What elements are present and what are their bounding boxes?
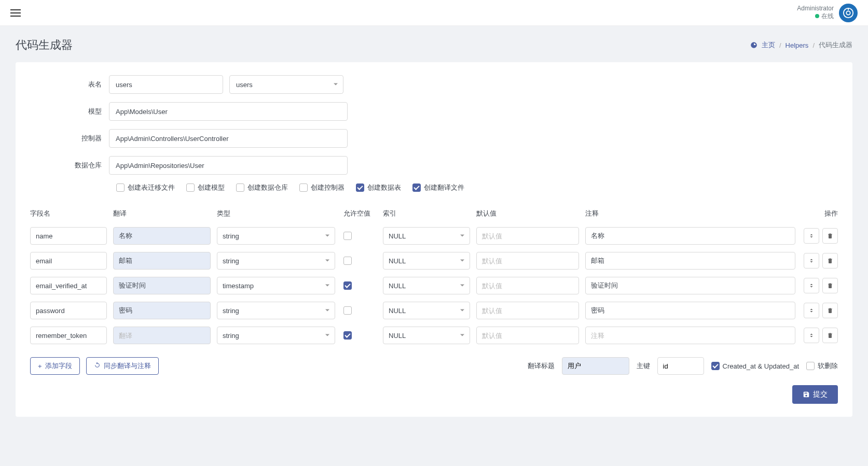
field-nullable-checkbox[interactable] — [343, 257, 352, 265]
field-translation-input[interactable] — [113, 227, 211, 245]
field-translation-input[interactable] — [113, 252, 211, 270]
field-translation-input[interactable] — [113, 327, 211, 344]
delete-button[interactable] — [822, 328, 838, 343]
table-select[interactable] — [229, 75, 343, 94]
th-type: 类型 — [217, 209, 341, 218]
controller-input[interactable] — [109, 129, 348, 148]
page-title: 代码生成器 — [16, 37, 73, 53]
field-index-select[interactable] — [383, 252, 470, 270]
trash-icon — [827, 307, 833, 314]
th-translation: 翻译 — [113, 209, 217, 218]
refresh-icon — [94, 362, 101, 370]
repo-input[interactable] — [109, 156, 348, 175]
delete-button[interactable] — [822, 253, 838, 269]
option-lang[interactable]: 创建翻译文件 — [412, 183, 464, 192]
field-index-select[interactable] — [383, 227, 470, 245]
th-comment: 注释 — [585, 209, 802, 218]
field-comment-input[interactable] — [585, 277, 795, 294]
page-header: 代码生成器 主页 / Helpers / 代码生成器 — [0, 26, 868, 62]
sort-button[interactable] — [804, 253, 819, 269]
field-type-select[interactable] — [217, 227, 335, 245]
field-default-input[interactable] — [476, 227, 579, 245]
breadcrumb-current: 代码生成器 — [819, 40, 852, 50]
form-card: 表名 模型 控制器 数据仓库 创建表迁移文件创建模型创建数据仓库创建控制器创建数… — [16, 62, 852, 417]
field-type-select[interactable] — [217, 302, 335, 319]
option-migration[interactable]: 创建表迁移文件 — [116, 183, 175, 192]
option-model[interactable]: 创建模型 — [186, 183, 225, 192]
pk-input[interactable] — [657, 357, 704, 375]
field-comment-input[interactable] — [585, 302, 795, 319]
field-type-select[interactable] — [217, 277, 335, 294]
status-dot-icon — [815, 14, 819, 18]
trans-title-input[interactable] — [562, 357, 629, 375]
avatar[interactable] — [839, 4, 858, 22]
field-name-input[interactable] — [30, 302, 107, 319]
delete-button[interactable] — [822, 228, 838, 244]
field-comment-input[interactable] — [585, 252, 795, 270]
pk-label: 主键 — [637, 361, 650, 371]
save-icon — [803, 391, 810, 398]
add-field-button[interactable]: + 添加字段 — [30, 357, 80, 375]
timestamps-checkbox[interactable]: Created_at & Updated_at — [711, 362, 799, 370]
field-nullable-checkbox[interactable] — [343, 331, 352, 340]
user-name: Administrator — [797, 5, 834, 12]
field-index-select[interactable] — [383, 327, 470, 344]
option-controller[interactable]: 创建控制器 — [299, 183, 345, 192]
sort-icon — [808, 233, 815, 239]
sort-icon — [808, 283, 815, 289]
table-label: 表名 — [26, 80, 109, 89]
sort-button[interactable] — [804, 328, 819, 343]
field-comment-input[interactable] — [585, 327, 795, 344]
sync-button[interactable]: 同步翻译与注释 — [86, 357, 159, 375]
sort-button[interactable] — [804, 228, 819, 244]
field-nullable-checkbox[interactable] — [343, 232, 352, 240]
field-type-select[interactable] — [217, 252, 335, 270]
sort-icon — [808, 307, 815, 314]
trash-icon — [827, 258, 833, 264]
th-action: 操作 — [802, 209, 838, 218]
field-comment-input[interactable] — [585, 227, 795, 245]
field-name-input[interactable] — [30, 327, 107, 344]
breadcrumb-home[interactable]: 主页 — [762, 40, 775, 50]
softdelete-checkbox[interactable]: 软删除 — [806, 361, 838, 371]
option-table[interactable]: 创建数据表 — [356, 183, 401, 192]
table-name-input[interactable] — [109, 75, 223, 94]
svg-point-1 — [846, 11, 850, 15]
field-default-input[interactable] — [476, 327, 579, 344]
field-nullable-checkbox[interactable] — [343, 281, 352, 290]
sort-button[interactable] — [804, 278, 819, 293]
table-row — [26, 298, 842, 323]
th-field-name: 字段名 — [30, 209, 113, 218]
user-box[interactable]: Administrator 在线 — [797, 4, 858, 22]
field-name-input[interactable] — [30, 227, 107, 245]
controller-label: 控制器 — [26, 134, 109, 143]
menu-toggle[interactable] — [10, 9, 21, 17]
user-status: 在线 — [821, 12, 834, 20]
repo-label: 数据仓库 — [26, 161, 109, 170]
field-index-select[interactable] — [383, 302, 470, 319]
th-nullable: 允许空值 — [341, 209, 383, 218]
field-name-input[interactable] — [30, 277, 107, 294]
breadcrumb-helpers[interactable]: Helpers — [786, 41, 809, 49]
th-index: 索引 — [383, 209, 476, 218]
field-translation-input[interactable] — [113, 302, 211, 319]
field-index-select[interactable] — [383, 277, 470, 294]
field-nullable-checkbox[interactable] — [343, 306, 352, 315]
delete-button[interactable] — [822, 303, 838, 318]
option-repository[interactable]: 创建数据仓库 — [236, 183, 288, 192]
model-label: 模型 — [26, 107, 109, 116]
model-input[interactable] — [109, 102, 348, 121]
delete-button[interactable] — [822, 278, 838, 293]
options-row: 创建表迁移文件创建模型创建数据仓库创建控制器创建数据表创建翻译文件 — [116, 183, 842, 192]
submit-button[interactable]: 提交 — [792, 385, 838, 404]
field-name-input[interactable] — [30, 252, 107, 270]
field-default-input[interactable] — [476, 277, 579, 294]
field-default-input[interactable] — [476, 252, 579, 270]
field-translation-input[interactable] — [113, 277, 211, 294]
sort-button[interactable] — [804, 303, 819, 318]
trash-icon — [827, 332, 833, 338]
breadcrumb: 主页 / Helpers / 代码生成器 — [750, 40, 852, 50]
field-type-select[interactable] — [217, 327, 335, 344]
sort-icon — [808, 332, 815, 338]
field-default-input[interactable] — [476, 302, 579, 319]
